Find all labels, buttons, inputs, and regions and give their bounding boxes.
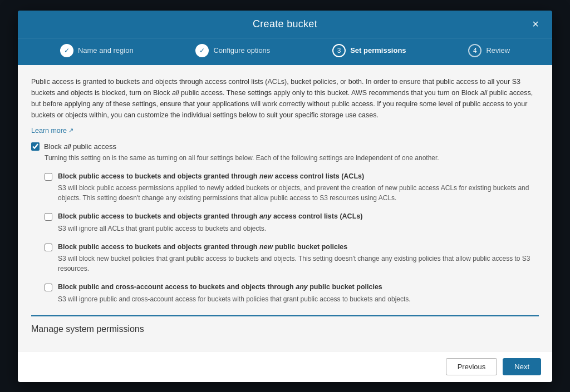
- sub-checkbox-1[interactable]: [45, 173, 52, 181]
- sub-options-list: Block public access to buckets and objec…: [45, 172, 539, 304]
- external-link-icon: ↗: [68, 127, 73, 134]
- block-all-checkbox[interactable]: [31, 142, 40, 151]
- sub-option-4-title: Block public and cross-account access to…: [58, 282, 411, 292]
- sub-option-1-desc: S3 will block public access permissions …: [58, 183, 539, 203]
- modal-title: Create bucket: [253, 18, 317, 30]
- intro-text: Public access is granted to buckets and …: [31, 76, 539, 121]
- sub-option-4-content: Block public and cross-account access to…: [58, 282, 411, 304]
- step-4-circle: 4: [468, 44, 481, 57]
- step-2-label: Configure options: [213, 46, 270, 54]
- close-button[interactable]: ×: [528, 16, 543, 32]
- modal-overlay: Create bucket × ✓ Name and region ✓ Conf…: [0, 0, 570, 392]
- step-2[interactable]: ✓ Configure options: [195, 44, 270, 57]
- manage-system-permissions-section: Manage system permissions: [31, 315, 539, 334]
- next-button[interactable]: Next: [503, 358, 541, 375]
- sub-checkbox-4[interactable]: [45, 284, 52, 291]
- steps-bar: ✓ Name and region ✓ Configure options 3 …: [18, 38, 552, 65]
- step-3-circle: 3: [332, 44, 346, 57]
- step-4-label: Review: [486, 46, 510, 54]
- block-all-section: Block all public access Turning this set…: [31, 142, 539, 163]
- modal-header: Create bucket ×: [18, 11, 552, 38]
- sub-option-1: Block public access to buckets and objec…: [45, 172, 539, 204]
- sub-checkbox-2[interactable]: [45, 213, 52, 221]
- sub-option-3-title: Block public access to buckets and objec…: [58, 242, 539, 252]
- sub-option-4: Block public and cross-account access to…: [45, 282, 539, 304]
- sub-option-2-title: Block public access to buckets and objec…: [58, 212, 362, 222]
- sub-option-3-desc: S3 will block new bucket policies that g…: [58, 254, 539, 274]
- create-bucket-modal: Create bucket × ✓ Name and region ✓ Conf…: [18, 11, 552, 382]
- modal-body: Public access is granted to buckets and …: [18, 65, 552, 351]
- sub-option-2: Block public access to buckets and objec…: [45, 212, 539, 234]
- previous-button[interactable]: Previous: [446, 358, 498, 375]
- sub-checkbox-3[interactable]: [45, 244, 52, 251]
- step-1-label: Name and region: [78, 46, 134, 54]
- sub-option-1-content: Block public access to buckets and objec…: [58, 172, 539, 204]
- block-all-text: Block all public access: [44, 142, 116, 151]
- manage-section-title: Manage system permissions: [31, 324, 539, 334]
- learn-more-link[interactable]: Learn more ↗: [31, 127, 73, 135]
- sub-option-1-title: Block public access to buckets and objec…: [58, 172, 539, 182]
- step-3-label: Set permissions: [350, 46, 406, 54]
- sub-option-2-content: Block public access to buckets and objec…: [58, 212, 362, 234]
- step-2-circle: ✓: [195, 44, 209, 57]
- modal-footer: Previous Next: [18, 351, 552, 382]
- sub-option-2-desc: S3 will ignore all ACLs that grant publi…: [58, 224, 362, 234]
- sub-option-3-content: Block public access to buckets and objec…: [58, 242, 539, 274]
- sub-option-4-desc: S3 will ignore public and cross-account …: [58, 294, 411, 304]
- learn-more-text: Learn more: [31, 127, 67, 135]
- step-3[interactable]: 3 Set permissions: [332, 44, 406, 57]
- block-all-description: Turning this setting on is the same as t…: [45, 153, 539, 163]
- content-area[interactable]: Public access is granted to buckets and …: [18, 65, 552, 351]
- sub-option-3: Block public access to buckets and objec…: [45, 242, 539, 274]
- block-all-label[interactable]: Block all public access: [31, 142, 539, 151]
- step-4[interactable]: 4 Review: [468, 44, 510, 57]
- step-1-circle: ✓: [60, 44, 73, 57]
- section-divider: [31, 315, 539, 316]
- step-1[interactable]: ✓ Name and region: [60, 44, 134, 57]
